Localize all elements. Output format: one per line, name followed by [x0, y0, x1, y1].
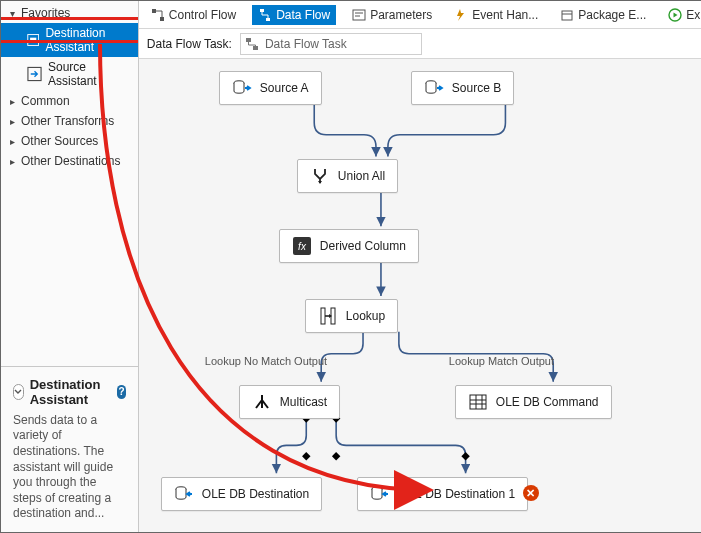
edge-label-no-match: Lookup No Match Output [205, 355, 327, 367]
svg-rect-21 [321, 308, 325, 324]
source-icon [27, 66, 42, 82]
node-multicast[interactable]: Multicast [239, 385, 340, 419]
designer-tabs: Control Flow Data Flow Parameters Event … [139, 1, 701, 29]
tab-label: Data Flow [276, 8, 330, 22]
parameters-icon [352, 8, 366, 22]
svg-rect-7 [353, 10, 365, 20]
group-label: Other Destinations [21, 154, 120, 168]
error-badge[interactable]: ✕ [523, 485, 539, 501]
union-icon [310, 166, 330, 186]
database-dest-icon [370, 484, 390, 504]
tab-control-flow[interactable]: Control Flow [145, 5, 242, 25]
node-source-a[interactable]: Source A [219, 71, 322, 105]
toolbox-item-source-assistant[interactable]: Source Assistant [1, 57, 138, 91]
svg-rect-4 [160, 17, 164, 21]
node-label: OLE DB Destination [202, 487, 309, 501]
designer-main: Control Flow Data Flow Parameters Event … [139, 1, 701, 532]
node-union-all[interactable]: Union All [297, 159, 398, 193]
help-icon[interactable]: ? [117, 385, 126, 399]
tab-parameters[interactable]: Parameters [346, 5, 438, 25]
node-label: Derived Column [320, 239, 406, 253]
chevron-right-icon: ▸ [7, 96, 17, 107]
toolbox-group-favorites[interactable]: ▾ Favorites [1, 3, 138, 23]
node-label: Union All [338, 169, 385, 183]
group-label: Common [21, 94, 70, 108]
group-label: Other Sources [21, 134, 98, 148]
task-label: Data Flow Task: [147, 37, 232, 51]
node-derived-column[interactable]: fx Derived Column [279, 229, 419, 263]
svg-rect-15 [332, 452, 340, 460]
package-icon [560, 8, 574, 22]
database-dest-icon [174, 484, 194, 504]
tab-package-explorer[interactable]: Package E... [554, 5, 652, 25]
tab-label: Package E... [578, 8, 646, 22]
node-label: Lookup [346, 309, 385, 323]
svg-rect-14 [302, 452, 310, 460]
lookup-icon [318, 306, 338, 326]
item-label: Source Assistant [48, 60, 132, 88]
info-panel: Destination Assistant ? Sends data to a … [1, 366, 138, 532]
tab-data-flow[interactable]: Data Flow [252, 5, 336, 25]
data-flow-icon [258, 8, 272, 22]
node-label: Source A [260, 81, 309, 95]
node-label: Multicast [280, 395, 327, 409]
chevron-down-icon: ▾ [7, 8, 17, 19]
info-description: Sends data to a variety of destinations.… [13, 413, 126, 522]
toolbox-sidebar: ▾ Favorites Destination Assistant Source… [1, 1, 139, 532]
node-lookup[interactable]: Lookup [305, 299, 398, 333]
svg-rect-23 [470, 395, 486, 409]
task-select[interactable] [240, 33, 422, 55]
svg-text:fx: fx [298, 241, 307, 252]
group-label: Other Transforms [21, 114, 114, 128]
edge-label-match: Lookup Match Output [449, 355, 554, 367]
fx-icon: fx [292, 236, 312, 256]
node-label: OLE DB Destination 1 [398, 487, 515, 501]
node-source-b[interactable]: Source B [411, 71, 514, 105]
chevron-right-icon: ▸ [7, 156, 17, 167]
database-source-icon [424, 78, 444, 98]
node-oledb-command[interactable]: OLE DB Command [455, 385, 612, 419]
design-canvas[interactable]: Source A Source B Union All fx Derived C… [139, 59, 701, 532]
svg-rect-3 [152, 9, 156, 13]
destination-icon [27, 32, 39, 48]
chevron-right-icon: ▸ [7, 136, 17, 147]
toolbox-group-common[interactable]: ▸ Common [1, 91, 138, 111]
node-label: OLE DB Command [496, 395, 599, 409]
node-oledb-destination[interactable]: OLE DB Destination [161, 477, 322, 511]
tab-execute[interactable]: Ex [662, 5, 701, 25]
toolbox-group-other-destinations[interactable]: ▸ Other Destinations [1, 151, 138, 171]
grid-icon [468, 392, 488, 412]
chevron-right-icon: ▸ [7, 116, 17, 127]
tab-label: Control Flow [169, 8, 236, 22]
svg-rect-11 [253, 46, 258, 50]
play-icon [668, 8, 682, 22]
toolbox-item-destination-assistant[interactable]: Destination Assistant [1, 23, 138, 57]
item-label: Destination Assistant [45, 26, 131, 54]
database-source-icon [232, 78, 252, 98]
multicast-icon [252, 392, 272, 412]
svg-rect-1 [30, 38, 36, 43]
svg-rect-8 [562, 11, 572, 20]
toolbox-group-other-transforms[interactable]: ▸ Other Transforms [1, 111, 138, 131]
node-label: Source B [452, 81, 501, 95]
info-title: Destination Assistant [30, 377, 112, 407]
info-expander[interactable] [13, 384, 24, 400]
control-flow-icon [151, 8, 165, 22]
svg-rect-6 [266, 18, 270, 21]
svg-rect-16 [461, 452, 469, 460]
event-icon [454, 8, 468, 22]
tab-label: Event Han... [472, 8, 538, 22]
toolbox-group-other-sources[interactable]: ▸ Other Sources [1, 131, 138, 151]
svg-rect-10 [246, 38, 251, 42]
group-label: Favorites [21, 6, 70, 20]
tab-event-handlers[interactable]: Event Han... [448, 5, 544, 25]
toolbox: ▾ Favorites Destination Assistant Source… [1, 1, 138, 366]
tab-label: Parameters [370, 8, 432, 22]
task-icon [244, 36, 260, 52]
tab-label: Ex [686, 8, 700, 22]
node-oledb-destination-1[interactable]: OLE DB Destination 1 [357, 477, 528, 511]
svg-rect-5 [260, 9, 264, 12]
task-bar: Data Flow Task: [139, 29, 701, 59]
